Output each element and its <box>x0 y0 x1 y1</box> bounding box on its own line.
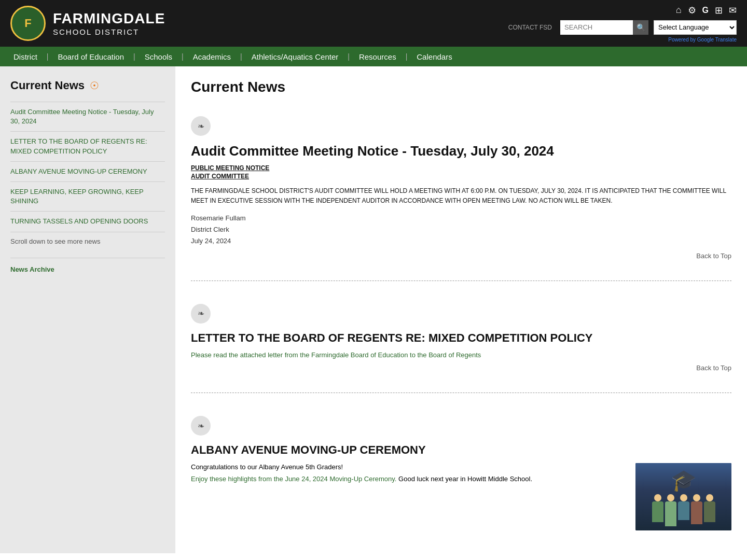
article-1: ❧ Audit Committee Meeting Notice - Tuesd… <box>191 106 731 275</box>
person-4 <box>691 501 702 524</box>
list-item: LETTER TO THE BOARD OF REGENTS RE: MIXED… <box>10 131 165 161</box>
sidebar-title-row: Current News ☉ <box>10 79 165 92</box>
divider-2 <box>191 393 731 393</box>
top-right-area: ⌂ ⚙ G ⊞ ✉ CONTACT FSD 🔍 Select Language … <box>508 5 737 43</box>
sidebar-link-3[interactable]: ALBANY AVENUE MOVING-UP CEREMONY <box>10 167 165 176</box>
ceremony-photo <box>635 463 731 530</box>
back-to-top-2: Back to Top <box>191 359 731 377</box>
person-5 <box>704 501 715 522</box>
search-lang-row: CONTACT FSD 🔍 Select Language <box>508 20 737 35</box>
school-logo: F <box>10 6 46 41</box>
nav-district[interactable]: District <box>5 47 46 66</box>
rss-icon[interactable]: ☉ <box>90 79 99 92</box>
search-box: 🔍 <box>560 20 648 35</box>
school-name-main: FARMINGDALE <box>53 10 165 27</box>
signature-date: July 24, 2024 <box>191 235 731 247</box>
sidebar-link-1[interactable]: Audit Committee Meeting Notice - Tuesday… <box>10 107 165 126</box>
share-button-1[interactable]: ❧ <box>191 116 211 136</box>
article-3-image <box>635 463 731 530</box>
photo-people <box>652 501 715 530</box>
list-item: ALBANY AVENUE MOVING-UP CEREMONY <box>10 161 165 181</box>
nav-sep-3: | <box>181 52 185 61</box>
sidebar: Current News ☉ Audit Committee Meeting N… <box>0 66 175 553</box>
news-archive-link[interactable]: News Archive <box>10 258 165 273</box>
nav-academics[interactable]: Academics <box>185 47 239 66</box>
share-button-2[interactable]: ❧ <box>191 304 211 324</box>
article-1-signature: Rosemarie Fullam District Clerk July 24,… <box>191 213 731 247</box>
article-1-label1: PUBLIC MEETING NOTICE <box>191 164 731 172</box>
nav-sep-6: | <box>405 52 409 61</box>
top-bar: F FARMINGDALE SCHOOL DISTRICT ⌂ ⚙ G ⊞ ✉ … <box>0 0 747 47</box>
nav-sep-1: | <box>46 52 50 61</box>
accessibility-icon[interactable]: ⚙ <box>688 5 696 16</box>
sidebar-link-4[interactable]: KEEP LEARNING, KEEP GROWING, KEEP SHININ… <box>10 187 165 206</box>
sidebar-link-5[interactable]: TURNING TASSELS AND OPENING DOORS <box>10 217 165 226</box>
sidebar-title: Current News <box>10 79 85 92</box>
article-3-body-area: Congratulations to our Albany Avenue 5th… <box>191 463 731 530</box>
contact-label: CONTACT FSD <box>508 24 552 31</box>
nav-sep-5: | <box>347 52 351 61</box>
search-button[interactable]: 🔍 <box>633 20 648 35</box>
school-name: FARMINGDALE SCHOOL DISTRICT <box>53 10 165 37</box>
article-3-text: Congratulations to our Albany Avenue 5th… <box>191 463 625 483</box>
nav-resources[interactable]: Resources <box>351 47 405 66</box>
sidebar-link-2[interactable]: LETTER TO THE BOARD OF REGENTS RE: MIXED… <box>10 137 165 156</box>
person-2 <box>665 501 676 526</box>
scroll-note: Scroll down to see more news <box>10 232 165 250</box>
logo-area: F FARMINGDALE SCHOOL DISTRICT <box>10 6 165 41</box>
top-icons-row: ⌂ ⚙ G ⊞ ✉ <box>676 5 737 16</box>
article-3-link[interactable]: Enjoy these highlights from the June 24,… <box>191 475 396 483</box>
nav-calendars[interactable]: Calendars <box>408 47 460 66</box>
nav-sep-2: | <box>132 52 136 61</box>
main-content: Current News ❧ Audit Committee Meeting N… <box>175 66 747 553</box>
article-3: ❧ ALBANY AVENUE MOVING-UP CEREMONY Congr… <box>191 405 731 541</box>
signature-title: District Clerk <box>191 224 731 235</box>
article-3-intro: Congratulations to our Albany Avenue 5th… <box>191 463 625 471</box>
email-icon[interactable]: ✉ <box>729 5 737 16</box>
person-3 <box>678 501 689 520</box>
article-2: ❧ LETTER TO THE BOARD OF REGENTS RE: MIX… <box>191 293 731 388</box>
back-to-top-1: Back to Top <box>191 247 731 265</box>
google-icon[interactable]: G <box>702 6 709 15</box>
article-3-link-para: Enjoy these highlights from the June 24,… <box>191 475 625 483</box>
main-nav: District | Board of Education | Schools … <box>0 47 747 66</box>
language-select[interactable]: Select Language <box>654 20 737 35</box>
back-to-top-link-2[interactable]: Back to Top <box>696 364 731 372</box>
map-icon[interactable]: ⊞ <box>715 5 723 16</box>
school-name-sub: SCHOOL DISTRICT <box>53 27 165 37</box>
home-icon[interactable]: ⌂ <box>676 5 682 16</box>
nav-sep-4: | <box>239 52 243 61</box>
article-1-label2: AUDIT COMMITTEE <box>191 173 731 180</box>
article-2-title: LETTER TO THE BOARD OF REGENTS RE: MIXED… <box>191 331 731 346</box>
divider-1 <box>191 281 731 281</box>
list-item: Audit Committee Meeting Notice - Tuesday… <box>10 102 165 131</box>
list-item: TURNING TASSELS AND OPENING DOORS <box>10 211 165 231</box>
nav-athletics[interactable]: Athletics/Aquatics Center <box>243 47 347 66</box>
article-3-continuation: Good luck next year in Howitt Middle Sch… <box>396 475 532 483</box>
sidebar-links: Audit Committee Meeting Notice - Tuesday… <box>10 102 165 232</box>
page-title: Current News <box>191 79 731 95</box>
back-to-top-link-1[interactable]: Back to Top <box>696 252 731 260</box>
nav-schools[interactable]: Schools <box>136 47 181 66</box>
powered-by: Powered by Google Translate <box>668 37 737 43</box>
article-3-title: ALBANY AVENUE MOVING-UP CEREMONY <box>191 443 731 458</box>
article-1-body: THE FARMINGDALE SCHOOL DISTRICT'S AUDIT … <box>191 186 731 206</box>
signature-name: Rosemarie Fullam <box>191 213 731 224</box>
article-2-link[interactable]: Please read the attached letter from the… <box>191 351 481 359</box>
list-item: KEEP LEARNING, KEEP GROWING, KEEP SHININ… <box>10 181 165 211</box>
content-wrapper: Current News ☉ Audit Committee Meeting N… <box>0 66 747 553</box>
search-input[interactable] <box>560 20 633 35</box>
nav-board[interactable]: Board of Education <box>49 47 132 66</box>
person-1 <box>652 501 663 522</box>
share-button-3[interactable]: ❧ <box>191 416 211 436</box>
article-1-title: Audit Committee Meeting Notice - Tuesday… <box>191 143 731 159</box>
